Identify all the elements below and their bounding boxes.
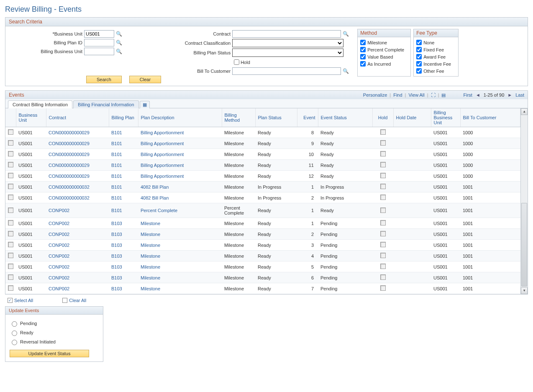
bill-to-customer-input[interactable] xyxy=(232,67,341,75)
cell-billing-plan-link[interactable]: B101 xyxy=(111,208,122,213)
cell-plan-description-link[interactable]: Milestone xyxy=(141,286,160,291)
cell-plan-description-link[interactable]: Billing Apportionment xyxy=(141,163,184,168)
row-select-checkbox[interactable] xyxy=(8,151,13,156)
cell-contract-link[interactable]: CONP002 xyxy=(49,254,69,259)
cell-contract-link[interactable]: CONP002 xyxy=(49,286,69,291)
cell-contract-link[interactable]: CON000000000029 xyxy=(49,174,90,179)
reversal-initiated-radio[interactable] xyxy=(12,340,17,345)
row-select-checkbox[interactable] xyxy=(8,274,13,280)
zoom-icon[interactable]: ⛶ xyxy=(431,92,436,97)
personalize-link[interactable]: Personalize xyxy=(363,92,387,97)
hold-checkbox[interactable] xyxy=(380,285,386,291)
cell-billing-plan-link[interactable]: B103 xyxy=(111,286,122,291)
cell-plan-description-link[interactable]: Billing Apportionment xyxy=(141,130,184,135)
fee-type-checkbox[interactable] xyxy=(416,61,422,67)
col-plan-description[interactable]: Plan Description xyxy=(141,115,174,120)
select-all-link[interactable]: Select All xyxy=(8,298,33,303)
row-select-checkbox[interactable] xyxy=(8,264,13,269)
scrollbar[interactable]: ▲ ▼ xyxy=(520,108,528,294)
hold-checkbox[interactable] xyxy=(380,129,386,135)
cell-plan-description-link[interactable]: 4082 Bill Plan xyxy=(141,184,169,190)
col-contract[interactable]: Contract xyxy=(49,115,67,120)
row-select-checkbox[interactable] xyxy=(8,162,13,167)
scroll-up-icon[interactable]: ▲ xyxy=(521,108,528,115)
row-select-checkbox[interactable] xyxy=(8,184,13,189)
method-checkbox[interactable] xyxy=(360,47,366,52)
cell-billing-plan-link[interactable]: B103 xyxy=(111,232,122,237)
col-billing-plan[interactable]: Billing Plan xyxy=(112,115,134,120)
fee-type-checkbox[interactable] xyxy=(416,68,422,74)
fee-type-checkbox[interactable] xyxy=(416,40,422,45)
cell-billing-plan-link[interactable]: B103 xyxy=(111,221,122,226)
row-select-checkbox[interactable] xyxy=(8,208,13,213)
scroll-down-icon[interactable]: ▼ xyxy=(521,287,528,294)
cell-contract-link[interactable]: CONP002 xyxy=(49,264,69,269)
cell-plan-description-link[interactable]: 4082 Bill Plan xyxy=(141,195,169,200)
hold-checkbox[interactable] xyxy=(380,264,386,269)
cell-contract-link[interactable]: CON000000000032 xyxy=(49,184,90,190)
hold-checkbox[interactable] xyxy=(380,220,386,225)
cell-contract-link[interactable]: CONP002 xyxy=(49,221,69,226)
fee-type-checkbox[interactable] xyxy=(416,54,422,59)
cell-contract-link[interactable]: CONP002 xyxy=(49,243,69,248)
billing-business-unit-input[interactable] xyxy=(84,48,114,55)
cell-billing-plan-link[interactable]: B103 xyxy=(111,264,122,269)
prev-arrow-icon[interactable]: ◄ xyxy=(475,92,481,97)
update-event-status-button[interactable]: Update Event Status xyxy=(10,350,89,357)
cell-plan-description-link[interactable]: Billing Apportionment xyxy=(141,141,184,146)
ready-radio[interactable] xyxy=(12,331,17,336)
cell-plan-description-link[interactable]: Milestone xyxy=(141,254,160,259)
cell-plan-description-link[interactable]: Milestone xyxy=(141,243,160,248)
cell-contract-link[interactable]: CON000000000029 xyxy=(49,152,90,157)
hold-checkbox[interactable] xyxy=(380,140,386,146)
cell-contract-link[interactable]: CONP002 xyxy=(49,208,69,213)
col-event[interactable]: Event xyxy=(303,115,315,120)
row-select-checkbox[interactable] xyxy=(8,285,13,291)
hold-checkbox[interactable] xyxy=(380,173,386,178)
billing-business-unit-lookup-icon[interactable]: 🔍 xyxy=(116,49,122,54)
hold-checkbox[interactable] xyxy=(380,242,386,247)
cell-contract-link[interactable]: CONP002 xyxy=(49,275,69,280)
cell-billing-plan-link[interactable]: B101 xyxy=(111,163,122,168)
business-unit-input[interactable] xyxy=(84,30,114,38)
cell-billing-plan-link[interactable]: B103 xyxy=(111,243,122,248)
cell-billing-plan-link[interactable]: B101 xyxy=(111,174,122,179)
cell-plan-description-link[interactable]: Milestone xyxy=(141,275,160,280)
row-select-checkbox[interactable] xyxy=(8,253,13,258)
contract-input[interactable] xyxy=(232,30,341,38)
col-hold-date[interactable]: Hold Date xyxy=(396,115,417,120)
cell-contract-link[interactable]: CON000000000032 xyxy=(49,195,90,200)
cell-plan-description-link[interactable]: Milestone xyxy=(141,264,160,269)
first-link[interactable]: First xyxy=(463,92,472,97)
row-select-checkbox[interactable] xyxy=(8,195,13,200)
search-button[interactable]: Search xyxy=(86,76,122,83)
method-checkbox[interactable] xyxy=(360,40,366,45)
cell-contract-link[interactable]: CON000000000029 xyxy=(49,130,90,135)
cell-plan-description-link[interactable]: Billing Apportionment xyxy=(141,152,184,157)
download-icon[interactable]: ▤ xyxy=(441,92,446,98)
hold-checkbox[interactable] xyxy=(380,151,386,156)
pending-radio[interactable] xyxy=(12,321,17,327)
billing-plan-status-select[interactable] xyxy=(232,49,343,57)
col-billing-method[interactable]: Billing Method xyxy=(225,113,240,123)
cell-plan-description-link[interactable]: Percent Complete xyxy=(141,208,177,213)
bill-to-customer-lookup-icon[interactable]: 🔍 xyxy=(343,68,349,74)
cell-plan-description-link[interactable]: Milestone xyxy=(141,232,160,237)
cell-billing-plan-link[interactable]: B101 xyxy=(111,130,122,135)
row-select-checkbox[interactable] xyxy=(8,129,13,135)
fee-type-checkbox[interactable] xyxy=(416,47,422,52)
billing-plan-id-input[interactable] xyxy=(84,39,114,46)
cell-plan-description-link[interactable]: Billing Apportionment xyxy=(141,174,184,179)
cell-billing-plan-link[interactable]: B101 xyxy=(111,195,122,200)
contract-lookup-icon[interactable]: 🔍 xyxy=(343,31,349,37)
col-plan-status[interactable]: Plan Status xyxy=(258,115,282,120)
col-billing-business-unit[interactable]: Billing Business Unit xyxy=(434,110,453,125)
find-link[interactable]: Find xyxy=(393,92,402,97)
scroll-thumb[interactable] xyxy=(521,203,527,287)
cell-billing-plan-link[interactable]: B101 xyxy=(111,152,122,157)
hold-checkbox[interactable] xyxy=(380,253,386,258)
cell-contract-link[interactable]: CONP002 xyxy=(49,232,69,237)
view-all-link[interactable]: View All xyxy=(408,92,424,97)
clear-all-link[interactable]: Clear All xyxy=(62,298,86,303)
billing-plan-id-lookup-icon[interactable]: 🔍 xyxy=(116,40,122,46)
